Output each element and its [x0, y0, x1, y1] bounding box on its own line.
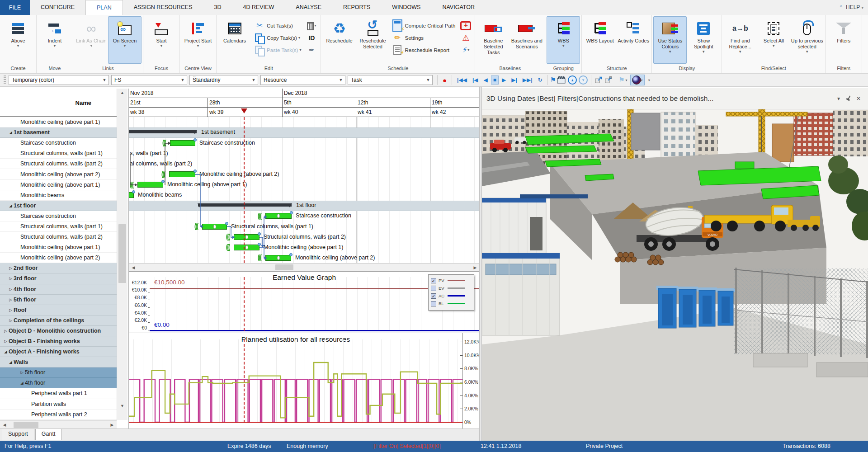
allocation-mode-dropdown[interactable]: Resource▼: [260, 75, 345, 85]
3d-scene[interactable]: VOLVO: [482, 109, 868, 441]
utilisation-chart-pane[interactable]: Planned utilisation for all resources 12…: [129, 333, 480, 428]
expand-icon[interactable]: ▷: [8, 308, 14, 312]
tree-task-structural-columns-walls-part-2[interactable]: Structural columns, walls (part 2): [0, 159, 117, 169]
tree-group-1st-floor[interactable]: ◢1st floor: [0, 201, 117, 211]
scroll-down-icon[interactable]: ▼: [118, 402, 127, 410]
scrollbar-thumb[interactable]: [14, 422, 38, 428]
expand-icon[interactable]: ▷: [8, 297, 14, 302]
tree-task-monolithic-beams[interactable]: Monolithic beams: [0, 190, 117, 201]
export-view-button[interactable]: [594, 76, 603, 84]
scroll-left-icon[interactable]: ◀: [130, 264, 137, 271]
use-status-colours-button[interactable]: Use Status Colours▼: [653, 16, 687, 64]
scroll-right-icon[interactable]: ▶: [108, 421, 116, 428]
view-dropdown-icon[interactable]: ▾: [834, 95, 844, 102]
tree-task-structural-columns-walls-part-1[interactable]: Structural columns, walls (part 1): [0, 221, 117, 232]
expand-icon[interactable]: ▷: [8, 287, 14, 292]
collapse-icon[interactable]: ◢: [8, 203, 14, 208]
expand-icon[interactable]: ▷: [3, 339, 9, 344]
stop-button[interactable]: ■: [491, 75, 499, 85]
show-spotlight-button[interactable]: Show Spotlight▼: [687, 16, 720, 64]
menu-item-navigator[interactable]: NAVIGATOR: [431, 0, 486, 15]
tree-group-5th-floor[interactable]: ▷5th floor: [0, 295, 117, 305]
baselines-and-scenarios-button[interactable]: Baselines and Scenarios: [510, 16, 543, 64]
wbs-layout-button[interactable]: WBS Layout: [583, 16, 617, 64]
tree-group-3rd-floor[interactable]: ▷3rd floor: [0, 273, 117, 284]
expand-all-button[interactable]: ▲: [568, 75, 577, 85]
clapperboard-button[interactable]: [557, 76, 566, 84]
tree-group-object-b-finishing-works[interactable]: ▷Object B - Finishing works: [0, 336, 117, 347]
ev-checkbox[interactable]: [431, 286, 436, 291]
tree-group-2nd-floor[interactable]: ▷2nd floor: [0, 263, 117, 273]
export-scene-button[interactable]: [604, 76, 613, 84]
colour-scheme-dropdown[interactable]: Temporary (color)▼: [9, 75, 109, 85]
tree-task-partition-walls[interactable]: Partition walls: [0, 399, 117, 410]
reschedule-report-button[interactable]: Reschedule Report: [389, 44, 458, 56]
menu-item-4d-review[interactable]: 4D REVIEW: [232, 0, 285, 15]
timeline-header[interactable]: Nov 2018Dec 201821st28th5th12th19thwk 38…: [129, 89, 480, 117]
tree-task-structural-columns-walls-part-1[interactable]: Structural columns, walls (part 1): [0, 148, 117, 159]
close-icon[interactable]: ✕: [854, 95, 863, 102]
earned-value-graph-pane[interactable]: Earned Value Graph €12.0K€10.0K€8.0K€6.0…: [129, 271, 480, 333]
tree-task-staircase-construction[interactable]: Staircase construction: [0, 211, 117, 221]
indent-button[interactable]: Indent▼: [38, 16, 71, 64]
help-menu[interactable]: HELP: [846, 4, 860, 10]
reschedule-selected-button[interactable]: Reschedule Selected: [356, 16, 389, 64]
tree-group-roof[interactable]: ▷Roof: [0, 305, 117, 315]
find-and-replace-button[interactable]: a→bFind and Replace...▼: [723, 16, 757, 64]
scroll-left-icon[interactable]: ◀: [1, 421, 8, 428]
table-header[interactable]: Name: [0, 89, 117, 117]
expand-icon[interactable]: ▷: [8, 266, 14, 270]
tree-group-object-a-finishing-works[interactable]: ◢Object A - Finishing works: [0, 347, 117, 357]
tree-task-peripheral-walls-part-1[interactable]: Peripheral walls part 1: [0, 388, 117, 399]
collapse-icon[interactable]: ◢: [8, 130, 14, 135]
tree-group-walls[interactable]: ◢Walls: [0, 357, 117, 367]
menu-item-3d[interactable]: 3D: [203, 0, 232, 15]
menu-item-assign-resources[interactable]: ASSIGN RESOURCES: [123, 0, 203, 15]
menu-item-plan[interactable]: PLAN: [85, 0, 123, 15]
tree-task-monolithic-ceiling-above-part-2[interactable]: Monolithic ceiling (above part 2): [0, 253, 117, 263]
auto-reschedule-button[interactable]: ⚡▾: [458, 44, 473, 56]
3d-view-titlebar[interactable]: 3D Using Dates [Best] Filters[Constructi…: [482, 88, 868, 109]
view-mode-dropdown[interactable]: Task▼: [348, 75, 433, 85]
tree-task-staircase-construction[interactable]: Staircase construction: [0, 138, 117, 148]
up-to-previous-selected-button[interactable]: Up to previous selected▼: [790, 16, 824, 64]
tree-horizontal-scrollbar[interactable]: ◀ ▶: [0, 420, 117, 428]
activity-codes-button[interactable]: Activity Codes: [617, 16, 650, 64]
menu-item-reports[interactable]: REPORTS: [332, 0, 381, 15]
gantt-horizontal-scrollbar[interactable]: ◀ ▶: [129, 263, 480, 271]
gantt-chart[interactable]: 1st basement(((Staircase constructions, …: [129, 117, 480, 263]
delete-button[interactable]: ▾: [304, 19, 319, 32]
bl-checkbox[interactable]: [431, 301, 436, 306]
help-area[interactable]: ⌃HELP ▾: [839, 0, 863, 15]
3d-viewport[interactable]: VOLVO: [482, 109, 868, 441]
file-menu-button[interactable]: FILE: [0, 0, 30, 15]
go-to-start-button[interactable]: |◀◀: [455, 75, 469, 85]
tab-support[interactable]: Support: [2, 429, 34, 440]
health-check-button[interactable]: [458, 19, 473, 32]
record-button[interactable]: ●: [440, 75, 449, 85]
compute-critical-path-button[interactable]: Compute Critical Path: [389, 19, 458, 32]
status-sphere-button[interactable]: ▾: [630, 75, 645, 85]
expand-icon[interactable]: ▷: [3, 329, 9, 333]
timeline-flag-button[interactable]: ⚑: [550, 76, 556, 84]
select-all-button[interactable]: Select All▼: [757, 16, 790, 64]
project-start-button[interactable]: Project Start▼: [181, 16, 215, 64]
step-forward-button[interactable]: ▶|: [509, 75, 519, 85]
more-options-button[interactable]: ▾: [648, 78, 650, 82]
progress-flag-button[interactable]: ⚑: [618, 76, 624, 84]
expand-icon[interactable]: ▷: [8, 276, 14, 281]
paste-task-s-button[interactable]: Paste Task(s) ▾: [251, 44, 304, 56]
tree-task-monolithic-ceiling-above-part-1[interactable]: Monolithic ceiling (above part 1): [0, 242, 117, 253]
tree-group-4th-floor[interactable]: ◢4th floor: [0, 378, 117, 388]
task-id-button[interactable]: ID: [304, 32, 319, 44]
play-reverse-button[interactable]: ◀: [481, 75, 490, 85]
collapse-ribbon-icon[interactable]: ⌃: [839, 5, 843, 10]
calendar-dropdown[interactable]: Štandardný▼: [189, 75, 258, 85]
calendars-button[interactable]: Calendars: [218, 16, 251, 64]
tab-gantt[interactable]: Gantt: [35, 429, 62, 440]
ac-checkbox[interactable]: ✓: [431, 293, 436, 299]
collapse-icon[interactable]: ◢: [8, 360, 14, 364]
tree-task-structural-columns-walls-part-2[interactable]: Structural columns, walls (part 2): [0, 232, 117, 242]
toolbar-grip[interactable]: [4, 75, 6, 85]
collapse-icon[interactable]: ◢: [3, 349, 9, 354]
